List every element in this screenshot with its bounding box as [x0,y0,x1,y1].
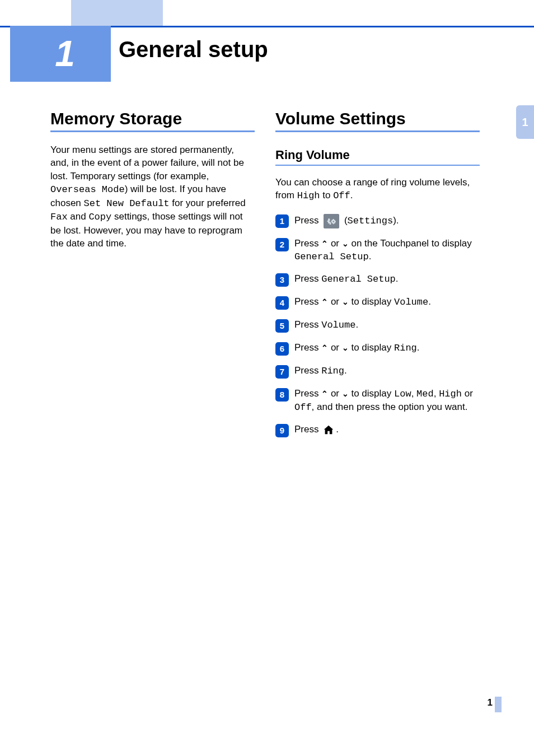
chevron-up-icon: ⌃ [321,389,328,398]
chapter-number: 1 [55,33,75,74]
step-badge: 7 [275,365,289,379]
step-badge: 8 [275,388,289,402]
text: . [350,190,353,200]
mono-text: Settings [348,216,394,226]
step-text: Press General Setup. [294,273,480,286]
step-3: 3 Press General Setup. [275,273,480,287]
chevron-down-icon: ⌄ [342,389,349,398]
step-9: 9 Press . [275,423,480,437]
step-1: 1 Press (Settings). [275,214,480,228]
mono-text: Ring [394,343,417,353]
left-column: Memory Storage Your menu settings are st… [50,109,255,262]
page-number: 1 [488,697,493,708]
step-2: 2 Press ⌃ or ⌄ on the Touchpanel to disp… [275,237,480,264]
section-side-tab: 1 [516,105,534,139]
mono-text: Overseas Mode [50,184,125,195]
mono-text: Fax [50,212,68,222]
step-text: Press ⌃ or ⌄ to display Volume. [294,296,480,309]
mono-text: Off [294,402,312,413]
text: to [320,190,334,200]
chevron-up-icon: ⌃ [321,239,328,248]
mono-text: General Setup [294,251,369,262]
memory-storage-paragraph: Your menu settings are stored permanentl… [50,143,255,250]
step-7: 7 Press Ring. [275,365,480,379]
step-badge: 5 [275,319,289,333]
step-text: Press ⌃ or ⌄ on the Touchpanel to displa… [294,237,480,264]
right-column: Volume Settings Ring Volume You can choo… [275,109,480,446]
section-rule [50,130,255,132]
chevron-up-icon: ⌃ [321,297,328,306]
step-text: Press . [294,423,480,437]
volume-settings-heading: Volume Settings [275,109,480,128]
step-text: Press Ring. [294,365,480,378]
side-tab-label: 1 [522,116,528,129]
mono-text: Off [333,190,350,201]
subsection-rule [275,165,480,166]
step-6: 6 Press ⌃ or ⌄ to display Ring. [275,342,480,356]
text: Your menu settings are stored permanentl… [50,144,244,181]
mono-text: High [297,190,320,201]
step-text: Press Volume. [294,319,480,332]
chevron-down-icon: ⌄ [342,297,349,306]
home-icon [321,423,336,437]
header-accent [71,0,163,26]
ring-volume-intro: You can choose a range of ring volume le… [275,176,480,203]
page-mark [495,697,502,712]
step-4: 4 Press ⌃ or ⌄ to display Volume. [275,296,480,310]
step-badge: 4 [275,296,289,310]
chevron-down-icon: ⌄ [342,343,349,352]
chapter-title: General setup [119,37,268,62]
mono-text: Set New Default [84,198,170,209]
mono-text: Ring [321,366,344,376]
chevron-down-icon: ⌄ [342,239,349,248]
ring-volume-steps: 1 Press (Settings). 2 Press ⌃ or ⌄ on th… [275,214,480,437]
chevron-up-icon: ⌃ [321,343,328,352]
step-5: 5 Press Volume. [275,319,480,333]
settings-icon [324,214,339,228]
section-rule [275,130,480,132]
step-8: 8 Press ⌃ or ⌄ to display Low, Med, High… [275,388,480,414]
svg-point-1 [333,221,334,222]
step-text: Press ⌃ or ⌄ to display Ring. [294,342,480,355]
step-badge: 9 [275,424,289,437]
step-text: Press (Settings). [294,214,480,228]
mono-text: Low [394,389,411,399]
step-text: Press ⌃ or ⌄ to display Low, Med, High o… [294,388,480,414]
mono-text: High [439,389,462,399]
mono-text: Volume [394,297,428,307]
step-badge: 1 [275,214,289,228]
mono-text: General Setup [321,274,396,284]
mono-text: Med [416,389,434,399]
chapter-number-box: 1 [10,26,111,82]
ring-volume-heading: Ring Volume [275,148,480,162]
step-badge: 3 [275,273,289,287]
text: and [68,211,89,222]
mono-text: Volume [321,320,355,330]
svg-rect-2 [328,432,329,433]
svg-point-0 [330,220,331,222]
step-badge: 6 [275,342,289,356]
step-badge: 2 [275,238,289,251]
text: for your preferred [170,198,246,208]
mono-text: Copy [88,212,111,222]
memory-storage-heading: Memory Storage [50,109,255,128]
